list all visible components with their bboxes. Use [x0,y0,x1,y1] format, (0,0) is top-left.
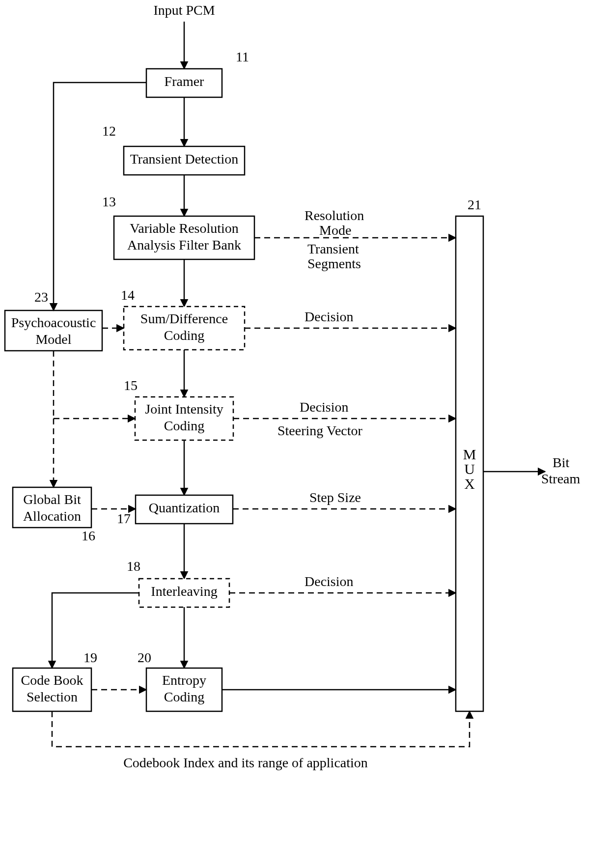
interleave-label: Interleaving [151,584,217,599]
transient-label: Transient Detection [130,151,239,167]
mux-label2: U [464,461,475,477]
lbl-decision2: Decision [300,399,349,415]
lbl-decision1: Decision [304,309,354,324]
entropy-num: 20 [138,650,151,665]
input-label: Input PCM [153,2,215,18]
codebook-l2: Selection [27,689,78,704]
lbl-steering: Steering Vector [277,423,363,438]
mux-label3: X [464,476,475,492]
lbl-step: Step Size [309,490,361,505]
lbl-codebook-caption: Codebook Index and its range of applicat… [123,755,368,770]
psycho-l1: Psychoacoustic [11,315,96,330]
mux-label: M [463,446,476,462]
joint-num: 15 [124,378,138,393]
joint-l1: Joint Intensity [145,401,223,417]
sumdiff-num: 14 [121,287,135,303]
arrow-codebook-mux [52,711,470,747]
lbl-resmode: Resolution [304,208,364,223]
sumdiff-l1: Sum/Difference [140,311,228,326]
quant-label: Quantization [149,500,220,515]
sumdiff-l2: Coding [164,328,204,343]
arrow-framer-psycho [54,83,146,310]
psycho-num: 23 [34,289,48,305]
lbl-decision3: Decision [304,574,354,589]
framer-label: Framer [165,74,205,89]
lbl-seg2: Segments [307,256,361,271]
out-l2: Stream [541,471,581,486]
codebook-num: 19 [83,650,97,665]
interleave-num: 18 [127,559,140,574]
entropy-l1: Entropy [162,672,206,688]
out-l1: Bit [553,455,569,470]
joint-l2: Coding [164,418,204,433]
entropy-l2: Coding [164,689,204,704]
global-l2: Allocation [23,508,81,524]
lbl-mode2: Mode [319,223,351,238]
transient-num: 12 [102,123,116,139]
filterbank-l2: Analysis Filter Bank [127,237,241,252]
filterbank-num: 13 [102,194,116,209]
mux-num: 21 [468,197,481,212]
codebook-l1: Code Book [21,672,83,688]
diagram-canvas: Input PCM Framer 11 Transient Detection … [0,0,609,868]
framer-num: 11 [236,49,249,64]
global-num: 16 [82,528,95,543]
global-l1: Global Bit [23,492,81,507]
quant-num: 17 [117,511,131,526]
psycho-l2: Model [35,332,71,347]
lbl-transeg: Transient [307,241,359,256]
filterbank-l1: Variable Resolution [130,221,239,236]
